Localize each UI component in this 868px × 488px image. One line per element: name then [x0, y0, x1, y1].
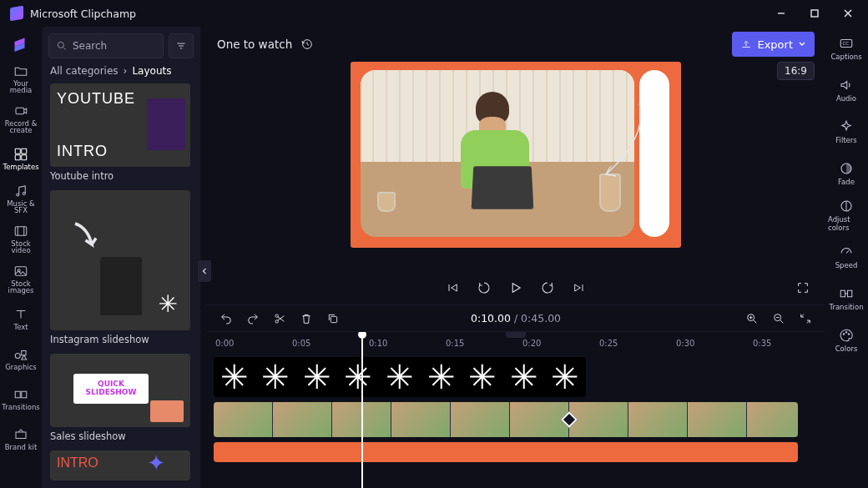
- template-intro[interactable]: INTRO ✦: [50, 450, 192, 480]
- timeline-ruler[interactable]: 0:00 0:05 0:10 0:15 0:20 0:25 0:30 0:35: [210, 332, 825, 354]
- preview-subject: [436, 92, 553, 217]
- svg-point-14: [15, 353, 20, 358]
- svg-rect-38: [840, 290, 845, 297]
- inspector-speed[interactable]: Speed: [828, 239, 865, 275]
- svg-point-41: [845, 332, 847, 334]
- template-instagram-slideshow[interactable]: ✳ Instagram slideshow: [50, 190, 192, 345]
- project-title[interactable]: One to watch: [217, 38, 292, 51]
- redo-button[interactable]: [245, 311, 260, 326]
- nav-brand-kit[interactable]: Brand kit: [3, 420, 38, 457]
- timeline-clip-overlay[interactable]: ✳✳✳✳✳✳✳✳✳: [214, 357, 586, 397]
- app-title: Microsoft Clipchamp: [30, 8, 136, 20]
- left-nav: Your media Record & create Templates Mus…: [0, 27, 42, 488]
- delete-button[interactable]: [299, 311, 314, 326]
- svg-point-9: [17, 194, 19, 196]
- inspector-audio[interactable]: Audio: [828, 72, 865, 108]
- inspector-filters[interactable]: Filters: [828, 113, 865, 150]
- timeline-clip-audio[interactable]: [214, 442, 798, 462]
- skip-back-button[interactable]: [444, 279, 461, 296]
- play-button[interactable]: [507, 279, 524, 296]
- svg-point-24: [275, 314, 278, 317]
- history-icon[interactable]: [300, 38, 314, 51]
- tile-caption: Instagram slideshow: [50, 334, 192, 345]
- nav-music-sfx[interactable]: Music & SFX: [3, 180, 38, 217]
- chevron-down-icon: [798, 40, 806, 48]
- tile-caption: Sales slideshow: [50, 430, 192, 442]
- clipchamp-logo-icon: [10, 6, 23, 22]
- svg-rect-6: [22, 148, 27, 153]
- svg-rect-17: [22, 391, 27, 398]
- svg-rect-1: [811, 10, 818, 17]
- undo-button[interactable]: [219, 311, 234, 326]
- window-minimize-button[interactable]: [765, 0, 798, 27]
- nav-transitions[interactable]: Transitions: [3, 380, 38, 417]
- templates-panel: Search All categories › Layouts YOUTUBE …: [42, 27, 200, 488]
- filter-button[interactable]: [169, 33, 194, 58]
- nav-graphics[interactable]: Graphics: [3, 340, 38, 377]
- svg-line-28: [754, 320, 756, 323]
- svg-rect-11: [15, 226, 27, 235]
- inspector-colors[interactable]: Colors: [828, 322, 865, 359]
- svg-rect-39: [848, 290, 852, 297]
- window-maximize-button[interactable]: [798, 0, 831, 27]
- transport-controls: [207, 271, 825, 304]
- rewind-button[interactable]: [476, 279, 492, 296]
- tile-caption: Youtube intro: [50, 170, 192, 182]
- inspector-fade[interactable]: Fade: [828, 155, 865, 192]
- svg-point-18: [58, 42, 63, 48]
- svg-point-25: [275, 319, 278, 322]
- svg-rect-26: [331, 316, 336, 322]
- window-close-button[interactable]: [831, 0, 865, 27]
- svg-line-32: [780, 320, 783, 323]
- svg-rect-15: [22, 350, 26, 355]
- inspector-transition[interactable]: Transition: [828, 280, 865, 317]
- zoom-in-button[interactable]: [744, 311, 760, 326]
- svg-text:CC: CC: [843, 41, 850, 46]
- forward-button[interactable]: [539, 279, 556, 296]
- svg-rect-4: [16, 108, 24, 114]
- right-nav: CCCaptions Audio Filters Fade Adjust col…: [825, 27, 868, 488]
- inspector-captions[interactable]: CCCaptions: [828, 30, 865, 67]
- zoom-out-button[interactable]: [771, 311, 786, 326]
- template-youtube-intro[interactable]: YOUTUBE INTRO Youtube intro: [50, 83, 192, 182]
- split-button[interactable]: [272, 311, 287, 326]
- crumb-current: Layouts: [132, 65, 171, 77]
- skip-forward-button[interactable]: [571, 279, 588, 296]
- export-button[interactable]: Export: [732, 32, 815, 57]
- timeline-clip-video[interactable]: [214, 402, 798, 437]
- duplicate-button[interactable]: [326, 311, 341, 326]
- nav-text[interactable]: Text: [3, 300, 38, 337]
- crumb-root[interactable]: All categories: [50, 65, 119, 77]
- svg-line-19: [63, 48, 66, 50]
- upload-icon: [740, 38, 752, 50]
- aspect-ratio-selector[interactable]: 16:9: [777, 62, 815, 80]
- playhead[interactable]: [361, 332, 363, 488]
- inspector-adjust-colors[interactable]: Adjust colors: [828, 197, 865, 234]
- nav-templates[interactable]: Templates: [3, 140, 38, 177]
- video-preview[interactable]: ✳: [351, 62, 681, 248]
- fit-timeline-button[interactable]: [798, 311, 813, 326]
- nav-your-media[interactable]: Your media: [3, 60, 38, 97]
- svg-rect-5: [15, 148, 20, 153]
- timeline[interactable]: 0:00 0:05 0:10 0:15 0:20 0:25 0:30 0:35 …: [207, 331, 825, 488]
- chevron-right-icon: ›: [124, 65, 128, 77]
- timecode-display: 0:10.00 / 0:45.00: [471, 312, 561, 324]
- window-titlebar: Microsoft Clipchamp: [0, 0, 868, 27]
- search-icon: [56, 40, 68, 52]
- clipchamp-home-icon[interactable]: [3, 32, 38, 57]
- svg-rect-8: [22, 155, 27, 160]
- svg-rect-16: [15, 391, 20, 398]
- breadcrumb: All categories › Layouts: [42, 65, 200, 83]
- search-input[interactable]: Search: [48, 33, 164, 58]
- svg-point-10: [23, 192, 25, 194]
- nav-stock-video[interactable]: Stock video: [3, 220, 38, 257]
- main-area: One to watch Export 16:9: [207, 27, 825, 488]
- nav-record-create[interactable]: Record & create: [3, 100, 38, 137]
- nav-stock-images[interactable]: Stock images: [3, 260, 38, 297]
- svg-point-42: [848, 334, 850, 335]
- fullscreen-button[interactable]: [795, 279, 811, 296]
- svg-rect-7: [15, 155, 20, 160]
- template-sales-slideshow[interactable]: QUICK SLIDESHOW Sales slideshow: [50, 354, 192, 442]
- svg-point-40: [843, 334, 845, 335]
